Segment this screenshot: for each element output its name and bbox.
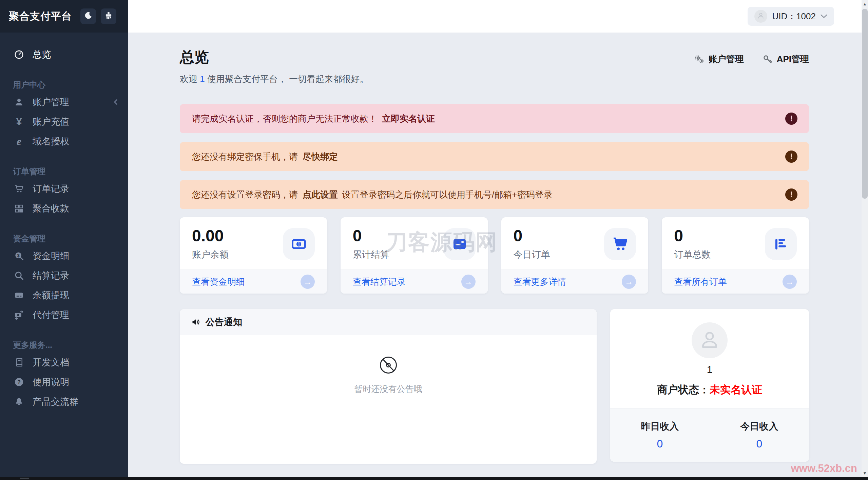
welcome-text: 欢迎 1 使用聚合支付平台， 一切看起来都很好。 bbox=[180, 73, 809, 85]
sidebar-item-account-management[interactable]: 账户管理 bbox=[0, 92, 128, 112]
quick-link-label: 账户管理 bbox=[709, 53, 744, 65]
alert-link-verify-now[interactable]: 立即实名认证 bbox=[382, 113, 435, 125]
quick-link-label: API管理 bbox=[777, 53, 809, 65]
quick-links: 账户管理 API管理 bbox=[694, 53, 809, 67]
income-yesterday-value[interactable]: 0 bbox=[610, 438, 710, 450]
stat-card-settlement: 0 累计结算 查看结算记录 → bbox=[341, 217, 488, 294]
sidebar-section-user-center: 用户中心 bbox=[0, 79, 128, 90]
announcement-empty-state: 暂时还没有公告哦 bbox=[180, 335, 597, 395]
announcement-title: 公告通知 bbox=[206, 316, 242, 328]
sidebar-item-account-recharge[interactable]: ¥ 账户充值 bbox=[0, 112, 128, 132]
stat-card-balance: 0.00 账户余额 1 查看资金明细 → bbox=[180, 217, 327, 294]
moon-icon bbox=[84, 11, 93, 21]
chevron-left-icon bbox=[113, 99, 118, 105]
quick-link-api-management[interactable]: API管理 bbox=[763, 53, 809, 65]
exclamation-icon: ! bbox=[785, 188, 797, 201]
sidebar-section-order-management: 订单管理 bbox=[0, 166, 128, 177]
stat-value: 0.00 bbox=[192, 227, 229, 244]
alert-link-bind-now[interactable]: 尽快绑定 bbox=[303, 151, 338, 163]
card-link-settlement-records[interactable]: 查看结算记录 bbox=[353, 276, 406, 288]
sidebar-item-label: 账户充值 bbox=[33, 116, 69, 128]
exclamation-icon: ! bbox=[785, 151, 797, 163]
qr-icon bbox=[13, 204, 25, 213]
merchant-panel: 1 商户状态：未实名认证 昨日收入 0 今日收入 0 bbox=[610, 309, 809, 462]
sidebar-item-order-records[interactable]: 订单记录 bbox=[0, 179, 128, 199]
sidebar-item-label: 账户管理 bbox=[33, 96, 69, 108]
alert-text: 请完成实名认证，否则您的商户无法正常收款！ bbox=[192, 113, 377, 125]
arrow-circle-icon[interactable]: → bbox=[622, 275, 636, 289]
scrollbar[interactable]: ▲ ▼ bbox=[862, 0, 868, 480]
announcement-header: 公告通知 bbox=[180, 309, 597, 335]
arrow-circle-icon[interactable]: → bbox=[461, 275, 476, 289]
bar-chart-icon bbox=[765, 228, 797, 260]
svg-text:$: $ bbox=[17, 253, 20, 258]
sidebar-section-more-services: 更多服务... bbox=[0, 340, 128, 351]
announcement-empty-text: 暂时还没有公告哦 bbox=[354, 383, 422, 395]
sidebar-item-domain-authorization[interactable]: e 域名授权 bbox=[0, 132, 128, 151]
avatar bbox=[754, 10, 767, 23]
sidebar-item-label: 代付管理 bbox=[33, 309, 69, 321]
credit-card-icon bbox=[444, 228, 476, 260]
bank-card-icon bbox=[13, 290, 25, 300]
page-title: 总览 bbox=[180, 47, 209, 67]
topbar: UID：1002 bbox=[128, 0, 868, 33]
ie-icon: e bbox=[13, 136, 25, 147]
question-icon: ? bbox=[13, 377, 25, 387]
user-menu[interactable]: UID：1002 bbox=[748, 7, 834, 26]
merchant-avatar bbox=[692, 322, 728, 358]
dark-mode-button[interactable] bbox=[80, 8, 96, 24]
arrow-circle-icon[interactable]: → bbox=[301, 275, 315, 289]
sidebar: 聚合支付平台 总览 用 bbox=[0, 0, 128, 480]
sidebar-section-fund-management: 资金管理 bbox=[0, 233, 128, 244]
stat-value: 0 bbox=[514, 227, 550, 244]
scrollbar-down-arrow[interactable]: ▼ bbox=[862, 471, 868, 476]
stat-label: 账户余额 bbox=[192, 248, 229, 261]
alert-bind-phone: 您还没有绑定密保手机，请 尽快绑定 ! bbox=[180, 142, 809, 171]
card-link-fund-details[interactable]: 查看资金明细 bbox=[192, 276, 245, 288]
scrollbar-thumb[interactable] bbox=[862, 9, 868, 199]
taskbar-segment bbox=[20, 478, 29, 479]
no-data-icon bbox=[379, 356, 398, 377]
svg-text:1: 1 bbox=[297, 242, 300, 247]
stat-value: 0 bbox=[353, 227, 389, 244]
app-root: 聚合支付平台 总览 用 bbox=[0, 0, 868, 480]
sidebar-item-label: 余额提现 bbox=[33, 289, 69, 301]
sidebar-item-overview[interactable]: 总览 bbox=[0, 45, 128, 64]
quick-link-account-management[interactable]: 账户管理 bbox=[694, 53, 744, 65]
sidebar-item-dev-docs[interactable]: 开发文档 bbox=[0, 353, 128, 372]
content-column: UID：1002 总览 账户管理 bbox=[128, 0, 868, 480]
card-link-more-details[interactable]: 查看更多详情 bbox=[514, 276, 566, 288]
sidebar-item-usage-guide[interactable]: ? 使用说明 bbox=[0, 372, 128, 392]
sidebar-item-fund-details[interactable]: $ 资金明细 bbox=[0, 246, 128, 266]
gauge-icon bbox=[13, 49, 25, 60]
sidebar-item-payout-management[interactable]: 代付管理 bbox=[0, 305, 128, 325]
arrow-circle-icon[interactable]: → bbox=[783, 275, 797, 289]
svg-text:?: ? bbox=[17, 379, 21, 385]
uid-label: UID：1002 bbox=[772, 11, 816, 22]
status-badge: 未实名认证 bbox=[710, 384, 762, 396]
person-icon bbox=[757, 12, 765, 21]
sidebar-item-label: 域名授权 bbox=[33, 135, 69, 147]
merchant-status: 商户状态：未实名认证 bbox=[657, 383, 762, 397]
merchant-uid: 1 bbox=[707, 364, 713, 375]
key-icon bbox=[763, 55, 772, 64]
banknote-icon: 1 bbox=[283, 228, 315, 260]
main-content: 总览 账户管理 API管理 欢迎 1 bbox=[128, 33, 868, 480]
sidebar-item-aggregate-collection[interactable]: 聚合收款 bbox=[0, 199, 128, 218]
sidebar-item-product-group[interactable]: 产品交流群 bbox=[0, 392, 128, 412]
sidebar-item-settlement-records[interactable]: 结算记录 bbox=[0, 266, 128, 285]
alert-suffix: 设置登录密码之后你就可以使用手机号/邮箱+密码登录 bbox=[342, 189, 552, 201]
sidebar-item-balance-withdrawal[interactable]: 余额提现 bbox=[0, 285, 128, 305]
sidebar-item-label: 结算记录 bbox=[33, 269, 69, 282]
theme-button[interactable] bbox=[101, 8, 116, 24]
stat-card-today-orders: 0 今日订单 查看更多详情 → bbox=[501, 217, 649, 294]
sidebar-item-label: 资金明细 bbox=[33, 250, 69, 262]
card-link-all-orders[interactable]: 查看所有订单 bbox=[674, 276, 727, 288]
sidebar-item-label: 使用说明 bbox=[33, 376, 69, 388]
income-today-value[interactable]: 0 bbox=[710, 438, 809, 450]
sidebar-item-label: 订单记录 bbox=[33, 183, 69, 195]
person-icon bbox=[698, 328, 721, 352]
scrollbar-up-arrow[interactable]: ▲ bbox=[862, 2, 868, 6]
alert-link-set-now[interactable]: 点此设置 bbox=[303, 189, 338, 201]
sidebar-header: 聚合支付平台 bbox=[0, 0, 128, 33]
